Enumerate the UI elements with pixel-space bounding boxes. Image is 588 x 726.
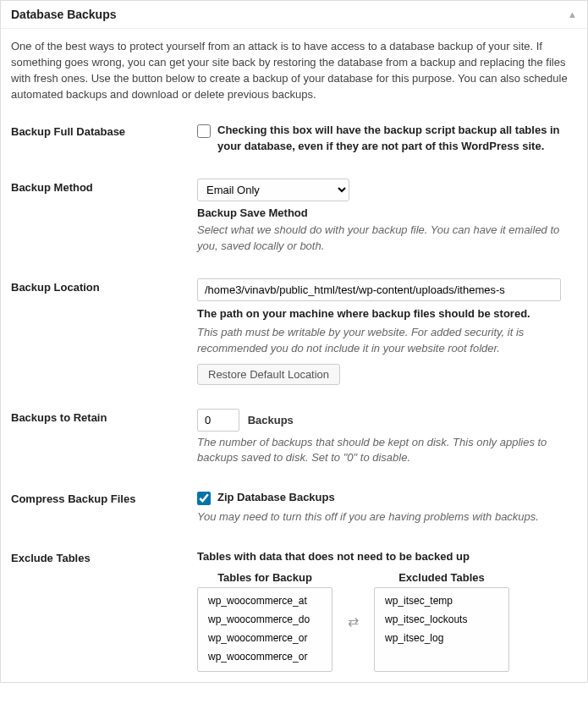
row-retain: Backups to Retain Backups The number of …: [11, 409, 577, 467]
suffix-retain: Backups: [248, 414, 294, 426]
row-backup-method: Backup Method Email Only Backup Save Met…: [11, 179, 577, 255]
sub-label-save-method: Backup Save Method: [197, 206, 577, 219]
table-row[interactable]: wp_itsec_log: [380, 629, 503, 647]
label-backup-method: Backup Method: [11, 179, 197, 194]
table-row[interactable]: wp_itsec_lockouts: [380, 610, 503, 629]
checkbox-label-compress: Zip Database Backups: [217, 490, 335, 506]
label-exclude: Exclude Tables: [11, 549, 197, 564]
intro-text: One of the best ways to protect yourself…: [11, 39, 577, 102]
table-row[interactable]: wp_woocommerce_do: [203, 610, 327, 629]
row-compress: Compress Backup Files Zip Database Backu…: [11, 490, 577, 525]
title-tables-excluded: Excluded Tables: [398, 571, 485, 584]
title-tables-backup: Tables for Backup: [217, 571, 312, 584]
select-backup-method[interactable]: Email Only: [197, 179, 349, 201]
panel-title: Database Backups: [11, 8, 117, 21]
label-full-database: Backup Full Database: [11, 123, 197, 138]
label-compress: Compress Backup Files: [11, 490, 197, 505]
panel-body: One of the best ways to protect yourself…: [1, 29, 587, 682]
row-exclude: Exclude Tables Tables with data that doe…: [11, 549, 577, 672]
table-row[interactable]: wp_itsec_temp: [380, 591, 503, 610]
help-compress: You may need to turn this off if you are…: [197, 509, 577, 525]
select-tables-excluded[interactable]: wp_itsec_tempwp_itsec_lockoutswp_itsec_l…: [374, 587, 509, 672]
input-retain[interactable]: [197, 409, 239, 432]
restore-location-button[interactable]: Restore Default Location: [197, 364, 340, 385]
table-row[interactable]: wp_woocommerce_at: [203, 591, 327, 610]
desc-backup-location: The path on your machine where backup fi…: [197, 306, 577, 322]
input-backup-location[interactable]: [197, 278, 561, 301]
database-backups-panel: Database Backups ▲ One of the best ways …: [0, 0, 588, 683]
checkbox-full-database[interactable]: [197, 124, 211, 138]
select-tables-backup[interactable]: wp_woocommerce_atwp_woocommerce_dowp_woo…: [197, 587, 332, 672]
checkbox-compress[interactable]: [197, 492, 211, 505]
panel-header[interactable]: Database Backups ▲: [1, 1, 587, 29]
help-retain: The number of backups that should be kep…: [197, 435, 577, 467]
help-backup-location: This path must be writable by your websi…: [197, 325, 577, 357]
label-retain: Backups to Retain: [11, 409, 197, 424]
table-row[interactable]: wp_woocommerce_or: [203, 629, 327, 647]
table-row[interactable]: wp_woocommerce_or: [203, 647, 327, 666]
help-backup-method: Select what we should do with your backu…: [197, 223, 577, 255]
collapse-icon[interactable]: ▲: [568, 9, 577, 19]
checkbox-label-full-database: Checking this box will have the backup s…: [217, 123, 577, 155]
row-backup-location: Backup Location The path on your machine…: [11, 278, 577, 385]
label-backup-location: Backup Location: [11, 278, 197, 294]
row-full-database: Backup Full Database Checking this box w…: [11, 123, 577, 155]
desc-exclude: Tables with data that does not need to b…: [197, 549, 577, 564]
move-right-icon[interactable]: ⇄: [348, 613, 359, 630]
